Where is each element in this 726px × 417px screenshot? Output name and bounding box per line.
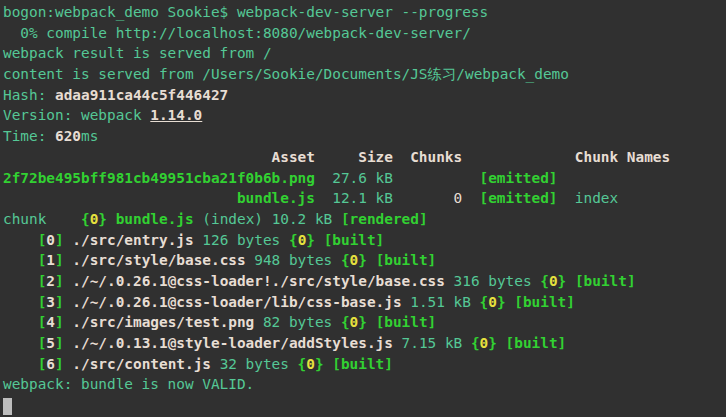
bundle-valid-line: webpack: bundle is now VALID. bbox=[3, 374, 726, 395]
version-line-seg-0: Version: webpack bbox=[3, 107, 150, 123]
module-row-3-seg-5: ./~/.0.26.1@css-loader/lib/css-base.js bbox=[72, 294, 401, 310]
asset-row-bundle-seg-1: bundle.js bbox=[237, 190, 315, 206]
module-row-6-seg-0 bbox=[3, 356, 38, 372]
shell-prompt-line-seg-0: bogon:webpack_demo Sookie$ webpack-dev-s… bbox=[3, 4, 488, 20]
module-row-2-seg-0 bbox=[3, 273, 38, 289]
module-row-0-seg-10 bbox=[315, 232, 324, 248]
assets-header-row: Asset Size Chunks Chunk Names bbox=[3, 147, 726, 168]
module-row-6-seg-3: ] bbox=[55, 356, 64, 372]
chunk-summary-line-seg-1: { bbox=[81, 211, 90, 227]
module-row-4-seg-6: 82 bytes bbox=[254, 314, 341, 330]
module-row-4-seg-2: 4 bbox=[46, 314, 55, 330]
content-served-line: content is served from /Users/Sookie/Doc… bbox=[3, 64, 726, 85]
asset-row-bundle-seg-5: [emitted] bbox=[480, 190, 558, 206]
module-row-5-seg-0 bbox=[3, 335, 38, 351]
module-row-1-seg-5: ./src/style/base.css bbox=[72, 252, 245, 268]
module-row-5-seg-6: 7.15 kB bbox=[393, 335, 471, 351]
time-line-seg-0: Time: bbox=[3, 128, 55, 144]
chunk-summary-line-seg-6: (index) 10.2 kB bbox=[194, 211, 341, 227]
module-row-6-seg-7: { bbox=[298, 356, 307, 372]
hash-line: Hash: adaa911ca44c5f446427 bbox=[3, 85, 726, 106]
bundle-valid-line-seg-0: webpack: bundle is now VALID. bbox=[3, 376, 254, 392]
module-row-6-seg-9: } bbox=[315, 356, 324, 372]
module-row-3-seg-0 bbox=[3, 294, 38, 310]
content-served-line-seg-0: content is served from /Users/Sookie/Doc… bbox=[3, 66, 569, 82]
module-row-1-seg-8: 0 bbox=[350, 252, 359, 268]
module-row-0-seg-3: ] bbox=[55, 232, 64, 248]
module-row-0-seg-0 bbox=[3, 232, 38, 248]
module-row-0-seg-9: } bbox=[306, 232, 315, 248]
module-row-0-seg-2: 0 bbox=[46, 232, 55, 248]
module-row-0-seg-11: [built] bbox=[324, 232, 385, 248]
result-served-line-seg-0: webpack result is served from / bbox=[3, 45, 272, 61]
module-row-1-seg-3: ] bbox=[55, 252, 64, 268]
module-row-3-seg-7: { bbox=[480, 294, 489, 310]
chunk-summary-line: chunk {0} bundle.js (index) 10.2 kB [ren… bbox=[3, 209, 726, 230]
module-row-6-seg-8: 0 bbox=[306, 356, 315, 372]
module-row-3-seg-3: ] bbox=[55, 294, 64, 310]
asset-row-bundle-seg-4 bbox=[462, 190, 479, 206]
module-row-1-seg-7: { bbox=[341, 252, 350, 268]
module-row-3-seg-2: 3 bbox=[46, 294, 55, 310]
module-row-0-seg-7: { bbox=[289, 232, 298, 248]
shell-prompt-line: bogon:webpack_demo Sookie$ webpack-dev-s… bbox=[3, 2, 726, 23]
module-row-2-seg-8: 0 bbox=[549, 273, 558, 289]
module-row-3-seg-11: [built] bbox=[514, 294, 575, 310]
asset-row-png-seg-2: [emitted] bbox=[480, 170, 558, 186]
module-row-0-seg-8: 0 bbox=[298, 232, 307, 248]
terminal-output: bogon:webpack_demo Sookie$ webpack-dev-s… bbox=[3, 2, 726, 416]
module-row-3-seg-10 bbox=[506, 294, 515, 310]
chunk-summary-line-seg-0: chunk bbox=[3, 211, 81, 227]
version-line-seg-1: 1.14.0 bbox=[150, 107, 202, 123]
cursor-line bbox=[3, 395, 726, 416]
module-row-6-seg-5: ./src/content.js bbox=[72, 356, 211, 372]
module-row-0-seg-6: 126 bytes bbox=[194, 232, 289, 248]
asset-row-bundle: bundle.js 12.1 kB 0 [emitted] index bbox=[3, 188, 726, 209]
module-row-0: [0] ./src/entry.js 126 bytes {0} [built] bbox=[3, 230, 726, 251]
module-row-5-seg-3: ] bbox=[55, 335, 64, 351]
module-row-5-seg-2: 5 bbox=[46, 335, 55, 351]
module-row-4-seg-11: [built] bbox=[376, 314, 437, 330]
chunk-summary-line-seg-3: } bbox=[98, 211, 107, 227]
module-row-2: [2] ./~/.0.26.1@css-loader!./src/style/b… bbox=[3, 271, 726, 292]
module-row-1-seg-0 bbox=[3, 252, 38, 268]
module-row-2-seg-7: { bbox=[540, 273, 549, 289]
module-row-4-seg-7: { bbox=[341, 314, 350, 330]
module-row-1-seg-9: } bbox=[358, 252, 367, 268]
asset-row-bundle-seg-0 bbox=[3, 190, 237, 206]
hash-line-seg-1: adaa911ca44c5f446427 bbox=[55, 87, 228, 103]
terminal-window[interactable]: bogon:webpack_demo Sookie$ webpack-dev-s… bbox=[0, 0, 726, 417]
chunk-summary-line-seg-5: bundle.js bbox=[116, 211, 194, 227]
module-row-6-seg-11: [built] bbox=[332, 356, 393, 372]
module-row-3: [3] ./~/.0.26.1@css-loader/lib/css-base.… bbox=[3, 292, 726, 313]
module-row-6-seg-10 bbox=[324, 356, 333, 372]
module-row-3-seg-9: } bbox=[497, 294, 506, 310]
chunk-summary-line-seg-4 bbox=[107, 211, 116, 227]
module-row-2-seg-9: } bbox=[558, 273, 567, 289]
module-row-4-seg-5: ./src/images/test.png bbox=[72, 314, 254, 330]
module-row-6-seg-2: 6 bbox=[46, 356, 55, 372]
time-line-seg-1: 620 bbox=[55, 128, 81, 144]
module-row-2-seg-6: 316 bytes bbox=[445, 273, 540, 289]
module-row-6: [6] ./src/content.js 32 bytes {0} [built… bbox=[3, 354, 726, 375]
module-row-1-seg-2: 1 bbox=[46, 252, 55, 268]
module-row-6-seg-6: 32 bytes bbox=[211, 356, 298, 372]
version-line: Version: webpack 1.14.0 bbox=[3, 105, 726, 126]
module-row-1-seg-6: 948 bytes bbox=[246, 252, 341, 268]
module-row-4-seg-9: } bbox=[358, 314, 367, 330]
module-row-5-seg-8: 0 bbox=[480, 335, 489, 351]
chunk-summary-line-seg-7: [rendered] bbox=[341, 211, 428, 227]
asset-row-png-seg-1: 27.6 kB bbox=[315, 170, 480, 186]
time-line-seg-2: ms bbox=[81, 128, 98, 144]
module-row-1-seg-10 bbox=[367, 252, 376, 268]
module-row-4-seg-8: 0 bbox=[350, 314, 359, 330]
module-row-5-seg-7: { bbox=[471, 335, 480, 351]
assets-header-row-seg-0: Asset Size Chunks Chunk Names bbox=[3, 149, 670, 165]
module-row-5: [5] ./~/.0.13.1@style-loader/addStyles.j… bbox=[3, 333, 726, 354]
module-row-4-seg-0 bbox=[3, 314, 38, 330]
module-row-0-seg-5: ./src/entry.js bbox=[72, 232, 193, 248]
module-row-2-seg-3: ] bbox=[55, 273, 64, 289]
module-row-5-seg-11: [built] bbox=[506, 335, 567, 351]
hash-line-seg-0: Hash: bbox=[3, 87, 55, 103]
asset-row-bundle-seg-2: 12.1 kB bbox=[315, 190, 410, 206]
